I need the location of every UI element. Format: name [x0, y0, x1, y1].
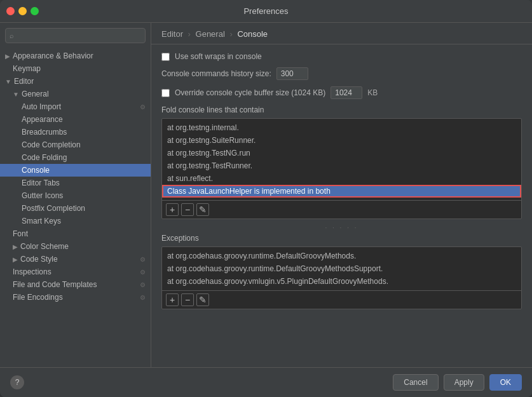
sidebar-item-label: Font: [13, 229, 28, 238]
sidebar-item-label: General: [22, 90, 49, 98]
apply-button[interactable]: Apply: [444, 374, 484, 391]
sidebar-tree: ▶ Appearance & Behavior Keymap ▼ Editor …: [0, 48, 151, 367]
preferences-window: Preferences ⌕ ▶ Appearance & Behavior Ke…: [0, 0, 532, 397]
window-controls: [6, 7, 39, 15]
override-buffer-label: Override console cycle buffer size (1024…: [175, 88, 325, 97]
right-panel: Editor › General › Console Use soft wrap…: [151, 23, 532, 367]
sidebar-item-label: File and Code Templates: [13, 280, 97, 289]
sidebar-item-label: Editor: [14, 77, 34, 86]
add-fold-button[interactable]: +: [166, 203, 179, 216]
fold-selected-item[interactable]: Class JavaLaunchHelper is implemented in…: [162, 185, 521, 198]
soft-wraps-row: Use soft wraps in console: [161, 52, 522, 61]
cancel-button[interactable]: Cancel: [393, 374, 438, 391]
sidebar-item-code-folding[interactable]: Code Folding: [0, 151, 151, 164]
sidebar-item-appearance-behavior[interactable]: ▶ Appearance & Behavior: [0, 50, 151, 62]
list-item[interactable]: at org.testng.TestRunner.: [162, 159, 521, 172]
settings-icon: ⚙: [140, 256, 146, 263]
edit-fold-button[interactable]: ✎: [196, 203, 209, 216]
sidebar-item-label: Postfix Completion: [22, 204, 85, 213]
breadcrumb-part-editor: Editor: [161, 29, 183, 39]
breadcrumb-separator: ›: [229, 29, 235, 39]
exceptions-list: at org.codehaus.groovy.runtime.DefaultGr…: [161, 246, 522, 309]
list-item[interactable]: at org.testng.internal.: [162, 121, 521, 134]
minimize-button[interactable]: [18, 7, 27, 15]
list-item[interactable]: at sun.reflect.: [162, 172, 521, 185]
override-buffer-checkbox[interactable]: [161, 89, 170, 97]
window-title: Preferences: [243, 6, 288, 16]
sidebar-item-inspections[interactable]: Inspections ⚙: [0, 266, 151, 278]
search-container: ⌕: [0, 23, 151, 48]
sidebar-item-gutter-icons[interactable]: Gutter Icons: [0, 189, 151, 202]
close-button[interactable]: [6, 7, 15, 15]
fold-section-label: Fold console lines that contain: [161, 105, 522, 114]
history-size-input[interactable]: [276, 67, 308, 80]
exceptions-list-items: at org.codehaus.groovy.runtime.DefaultGr…: [162, 247, 521, 290]
sidebar-item-general[interactable]: ▼ General: [0, 88, 151, 100]
soft-wraps-checkbox[interactable]: [161, 53, 170, 61]
exceptions-list-toolbar: + − ✎: [162, 290, 521, 309]
override-buffer-input[interactable]: [331, 86, 362, 99]
divider: · · · · ·: [161, 224, 522, 231]
sidebar-item-code-completion[interactable]: Code Completion: [0, 138, 151, 151]
help-button[interactable]: ?: [10, 375, 24, 389]
buffer-unit-label: KB: [367, 88, 378, 97]
list-item[interactable]: at org.testng.SuiteRunner.: [162, 134, 521, 147]
soft-wraps-label: Use soft wraps in console: [175, 52, 262, 61]
sidebar-item-label: File Encodings: [13, 293, 63, 302]
list-item[interactable]: at org.testng.TestNG.run: [162, 147, 521, 159]
add-exception-button[interactable]: +: [166, 293, 179, 306]
remove-fold-button[interactable]: −: [181, 203, 194, 216]
sidebar-item-appearance[interactable]: Appearance: [0, 113, 151, 126]
sidebar-item-label: Inspections: [13, 267, 51, 276]
sidebar-item-font[interactable]: Font: [0, 227, 151, 240]
sidebar-item-console[interactable]: Console: [0, 164, 151, 177]
sidebar-item-label: Appearance & Behavior: [13, 51, 93, 60]
sidebar-item-smart-keys[interactable]: Smart Keys: [0, 215, 151, 227]
sidebar-item-postfix-completion[interactable]: Postfix Completion: [0, 202, 151, 215]
sidebar-item-breadcrumbs[interactable]: Breadcrumbs: [0, 126, 151, 138]
breadcrumb-part-general: General: [196, 29, 225, 39]
footer-left: ?: [10, 375, 24, 389]
sidebar-item-label: Code Folding: [22, 153, 67, 162]
sidebar-item-editor-tabs[interactable]: Editor Tabs: [0, 177, 151, 189]
search-wrapper: ⌕: [5, 28, 146, 43]
footer-right: Cancel Apply OK: [393, 374, 522, 391]
remove-exception-button[interactable]: −: [181, 293, 194, 306]
collapse-arrow: ▶: [13, 243, 18, 250]
sidebar-item-label: Editor Tabs: [22, 178, 60, 187]
search-input[interactable]: [5, 28, 146, 43]
settings-icon: ⚙: [140, 281, 146, 288]
fold-list-toolbar: + − ✎: [162, 200, 521, 219]
list-item[interactable]: at org.codehaus.groovy.vmlugin.v5.Plugin…: [162, 275, 521, 288]
settings-icon: ⚙: [140, 104, 146, 111]
fold-list: at org.testng.internal. at org.testng.Su…: [162, 119, 521, 200]
sidebar-item-label: Breadcrumbs: [22, 128, 67, 137]
sidebar-item-label: Gutter Icons: [22, 191, 63, 200]
ok-button[interactable]: OK: [489, 374, 522, 391]
maximize-button[interactable]: [31, 7, 39, 15]
sidebar-item-auto-import[interactable]: Auto Import ⚙: [0, 100, 151, 113]
sidebar-item-file-code-templates[interactable]: File and Code Templates ⚙: [0, 278, 151, 291]
breadcrumb-separator: ›: [188, 29, 193, 39]
main-content: ⌕ ▶ Appearance & Behavior Keymap ▼ Edito…: [0, 23, 532, 367]
list-item[interactable]: at org.codehaus.groovy.runtime.DefaultGr…: [162, 262, 521, 275]
expand-arrow: ▼: [5, 78, 11, 85]
override-buffer-row: Override console cycle buffer size (1024…: [161, 86, 522, 99]
expand-arrow: ▼: [13, 91, 19, 98]
sidebar-item-label: Auto Import: [22, 102, 61, 111]
sidebar-item-label: Color Scheme: [20, 242, 69, 251]
sidebar-item-code-style[interactable]: ▶ Code Style ⚙: [0, 253, 151, 266]
edit-exception-button[interactable]: ✎: [196, 293, 209, 306]
sidebar: ⌕ ▶ Appearance & Behavior Keymap ▼ Edito…: [0, 23, 151, 367]
sidebar-item-editor[interactable]: ▼ Editor: [0, 75, 151, 88]
sidebar-item-file-encodings[interactable]: File Encodings ⚙: [0, 291, 151, 304]
fold-list-container: at org.testng.internal. at org.testng.Su…: [161, 118, 522, 219]
sidebar-item-color-scheme[interactable]: ▶ Color Scheme: [0, 240, 151, 253]
sidebar-item-keymap[interactable]: Keymap: [0, 62, 151, 75]
footer: ? Cancel Apply OK: [0, 367, 532, 397]
panel-body: Use soft wraps in console Console comman…: [151, 44, 532, 367]
sidebar-item-label: Code Style: [20, 255, 58, 264]
history-size-row: Console commands history size:: [161, 67, 522, 80]
settings-icon: ⚙: [140, 269, 146, 276]
list-item[interactable]: at org.codehaus.groovy.runtime.DefaultGr…: [162, 250, 521, 262]
